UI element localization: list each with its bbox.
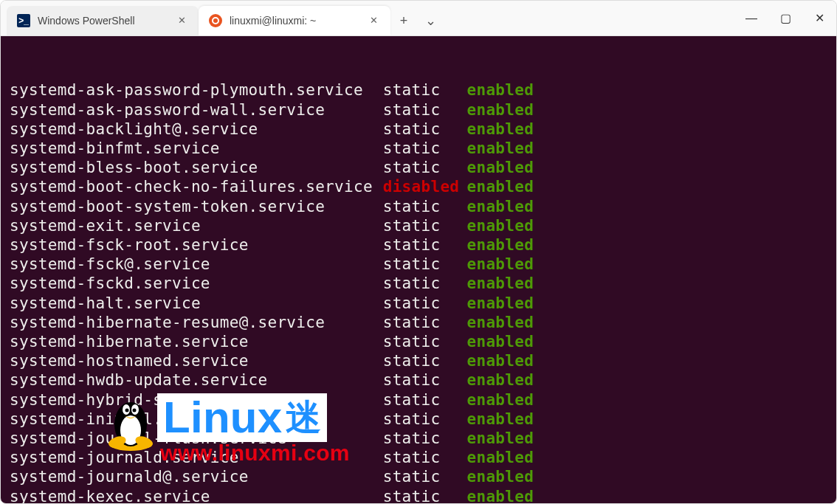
service-row: systemd-fsck-root.servicestaticenabled (10, 235, 827, 255)
service-vendor-preset: enabled (467, 158, 534, 177)
service-vendor-preset: enabled (467, 120, 534, 139)
service-row: systemd-exit.servicestaticenabled (10, 216, 827, 235)
service-row: systemd-boot-check-no-failures.servicedi… (10, 177, 827, 196)
service-vendor-preset: enabled (467, 177, 534, 196)
service-state: disabled (383, 177, 467, 196)
chevron-down-icon: ⌄ (425, 13, 436, 29)
tab-strip: >_ Windows PowerShell ✕ linuxmi@linuxmi:… (1, 1, 444, 35)
service-vendor-preset: enabled (467, 429, 534, 448)
service-row: systemd-hybrid-sleep.servicestaticenable… (10, 390, 827, 410)
maximize-icon: ▢ (780, 11, 791, 25)
close-icon[interactable]: ✕ (175, 14, 188, 27)
service-row: systemd-journald@.servicestaticenabled (10, 467, 827, 486)
service-vendor-preset: enabled (467, 216, 534, 235)
maximize-button[interactable]: ▢ (768, 4, 802, 33)
service-vendor-preset: enabled (467, 332, 534, 351)
service-state: static (383, 370, 467, 390)
service-name: systemd-boot-system-token.service (10, 197, 383, 216)
service-row: systemd-backlight@.servicestaticenabled (10, 120, 827, 139)
ubuntu-icon (209, 14, 222, 27)
service-state: static (383, 294, 467, 313)
service-state: static (383, 487, 467, 503)
close-icon: ✕ (815, 11, 824, 25)
service-row: systemd-hibernate.servicestaticenabled (10, 332, 827, 351)
new-tab-button[interactable]: + (390, 6, 417, 35)
service-state: static (383, 197, 467, 216)
service-state: static (383, 100, 467, 120)
service-name: systemd-backlight@.service (10, 120, 383, 139)
service-name: systemd-ask-password-plymouth.service (10, 80, 383, 100)
service-state: static (383, 216, 467, 235)
minimize-button[interactable]: — (734, 4, 768, 33)
service-name: systemd-journald@.service (10, 467, 383, 486)
service-name: systemd-journald.service (10, 448, 383, 467)
powershell-icon: >_ (17, 14, 30, 27)
service-vendor-preset: enabled (467, 448, 534, 467)
service-row: systemd-boot-system-token.servicestatice… (10, 197, 827, 216)
service-name: systemd-exit.service (10, 216, 383, 235)
service-vendor-preset: enabled (467, 197, 534, 216)
tab-linuxmi[interactable]: linuxmi@linuxmi: ~ ✕ (199, 6, 390, 35)
service-vendor-preset: enabled (467, 100, 534, 120)
service-row: systemd-journald.servicestaticenabled (10, 448, 827, 467)
service-vendor-preset: enabled (467, 390, 534, 410)
service-vendor-preset: enabled (467, 294, 534, 313)
service-name: systemd-boot-check-no-failures.service (10, 177, 383, 196)
service-row: systemd-initctl.servicestaticenabled (10, 410, 827, 429)
service-row: systemd-binfmt.servicestaticenabled (10, 139, 827, 158)
service-row: systemd-bless-boot.servicestaticenabled (10, 158, 827, 177)
close-icon[interactable]: ✕ (367, 14, 380, 27)
service-name: systemd-binfmt.service (10, 139, 383, 158)
service-row: systemd-kexec.servicestaticenabled (10, 487, 827, 503)
service-vendor-preset: enabled (467, 255, 534, 274)
terminal-pane[interactable]: systemd-ask-password-plymouth.servicesta… (1, 36, 836, 503)
minimize-icon: — (745, 12, 757, 25)
service-state: static (383, 390, 467, 410)
service-name: systemd-halt.service (10, 294, 383, 313)
plus-icon: + (400, 13, 408, 29)
titlebar: >_ Windows PowerShell ✕ linuxmi@linuxmi:… (1, 1, 836, 36)
service-state: static (383, 274, 467, 293)
service-state: static (383, 448, 467, 467)
service-name: systemd-hwdb-update.service (10, 370, 383, 390)
service-state: static (383, 255, 467, 274)
service-row: systemd-hibernate-resume@.servicestatice… (10, 313, 827, 332)
tab-powershell[interactable]: >_ Windows PowerShell ✕ (7, 6, 199, 35)
window-controls: — ▢ ✕ (734, 1, 836, 35)
service-row: systemd-halt.servicestaticenabled (10, 294, 827, 313)
service-state: static (383, 313, 467, 332)
service-name: systemd-initctl.service (10, 410, 383, 429)
close-button[interactable]: ✕ (802, 4, 836, 33)
service-state: static (383, 139, 467, 158)
service-row: systemd-fsckd.servicestaticenabled (10, 274, 827, 293)
service-state: static (383, 120, 467, 139)
service-row: systemd-hostnamed.servicestaticenabled (10, 351, 827, 370)
service-name: systemd-bless-boot.service (10, 158, 383, 177)
service-state: static (383, 235, 467, 255)
service-row: systemd-journal-flush.servicestaticenabl… (10, 429, 827, 448)
service-row: systemd-ask-password-plymouth.servicesta… (10, 80, 827, 100)
service-vendor-preset: enabled (467, 410, 534, 429)
service-name: systemd-fsck-root.service (10, 235, 383, 255)
service-vendor-preset: enabled (467, 487, 534, 503)
service-row: systemd-fsck@.servicestaticenabled (10, 255, 827, 274)
service-name: systemd-fsckd.service (10, 274, 383, 293)
service-vendor-preset: enabled (467, 370, 534, 390)
service-state: static (383, 410, 467, 429)
service-vendor-preset: enabled (467, 139, 534, 158)
service-name: systemd-ask-password-wall.service (10, 100, 383, 120)
tab-dropdown-button[interactable]: ⌄ (417, 6, 444, 35)
service-vendor-preset: enabled (467, 80, 534, 100)
service-vendor-preset: enabled (467, 351, 534, 370)
service-state: static (383, 351, 467, 370)
service-name: systemd-hibernate-resume@.service (10, 313, 383, 332)
service-state: static (383, 467, 467, 486)
service-state: static (383, 429, 467, 448)
service-row: systemd-ask-password-wall.servicestatice… (10, 100, 827, 120)
service-name: systemd-kexec.service (10, 487, 383, 503)
service-vendor-preset: enabled (467, 235, 534, 255)
service-name: systemd-hybrid-sleep.service (10, 390, 383, 410)
service-state: static (383, 158, 467, 177)
service-name: systemd-journal-flush.service (10, 429, 383, 448)
service-vendor-preset: enabled (467, 274, 534, 293)
